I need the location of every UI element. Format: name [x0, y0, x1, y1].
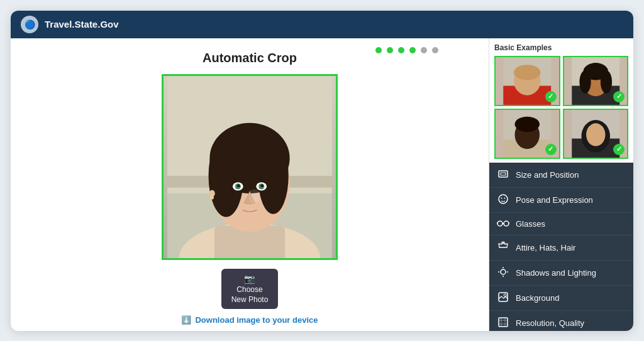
menu-item-attire[interactable]: Attire, Hats, Hair: [489, 235, 633, 261]
menu-label-size-position: Size and Position: [516, 170, 579, 180]
dot-6: [432, 47, 438, 53]
svg-point-9: [258, 138, 289, 214]
download-label: Download image to your device: [195, 315, 318, 325]
svg-point-41: [504, 197, 506, 198]
menu-label-attire: Attire, Hats, Hair: [516, 243, 575, 252]
svg-point-54: [504, 294, 506, 296]
dot-5: [421, 47, 427, 53]
example-item-2[interactable]: ✓: [563, 56, 629, 106]
examples-title: Basic Examples: [494, 43, 628, 52]
svg-point-8: [209, 134, 244, 217]
svg-rect-38: [501, 173, 506, 175]
dot-2: [387, 47, 393, 53]
menu-label-shadows-lighting: Shadows and Lighting: [516, 268, 596, 278]
dot-3: [398, 47, 404, 53]
dot-4: [409, 47, 416, 53]
example-item-1[interactable]: ✓: [494, 56, 560, 106]
example-item-3[interactable]: ✓: [494, 109, 560, 159]
camera-icon: 📷: [244, 274, 255, 284]
main-content: Automatic Crop: [11, 38, 633, 331]
menu-label-background: Background: [516, 293, 559, 303]
svg-rect-37: [499, 171, 508, 177]
page-title: Automatic Crop: [203, 51, 297, 65]
download-link[interactable]: ⬇️ Download image to your device: [181, 315, 318, 325]
choose-btn-line2: New Photo: [231, 295, 269, 304]
menu-item-pose-expression[interactable]: Pose and Expression: [489, 188, 633, 213]
menu-item-size-position[interactable]: Size and Position: [489, 163, 633, 188]
svg-point-17: [210, 195, 214, 199]
app-header: 🔵 Travel.State.Gov: [11, 11, 633, 38]
svg-point-43: [504, 221, 509, 226]
svg-point-22: [514, 65, 541, 80]
menu-label-pose-expression: Pose and Expression: [516, 195, 593, 205]
examples-grid: ✓ ✓: [494, 56, 628, 159]
dot-1: [375, 47, 382, 53]
menu-label-resolution: Resolution, Quality: [516, 318, 584, 328]
resolution-icon: [497, 317, 509, 330]
svg-point-39: [499, 195, 508, 203]
check-badge-3: ✓: [545, 144, 557, 155]
svg-point-36: [586, 123, 605, 146]
menu-item-background[interactable]: Background: [489, 286, 633, 311]
background-icon: [497, 291, 509, 305]
person-image: [164, 76, 336, 258]
site-title: Travel.State.Gov: [45, 19, 119, 30]
svg-point-32: [514, 116, 540, 131]
menu-label-glasses: Glasses: [516, 219, 545, 229]
menu-item-glasses[interactable]: Glasses: [489, 213, 633, 235]
examples-section: Basic Examples ✓: [489, 38, 633, 163]
size-position-icon: [497, 168, 509, 181]
progress-dots: [375, 47, 438, 53]
choose-btn-line1: Choose: [236, 285, 262, 294]
app-frame: 🔵 Travel.State.Gov Automatic Crop: [11, 11, 633, 331]
glasses-icon: [497, 219, 509, 229]
svg-rect-55: [499, 318, 508, 327]
photo-display: [164, 76, 336, 258]
menu-item-shadows-lighting[interactable]: Shadows and Lighting: [489, 261, 633, 286]
check-badge-4: ✓: [613, 144, 625, 155]
svg-point-27: [579, 70, 591, 93]
choose-photo-button[interactable]: 📷 Choose New Photo: [221, 269, 279, 309]
shadows-lighting-icon: [497, 266, 509, 279]
download-icon: ⬇️: [181, 315, 191, 325]
menu-list: Size and Position Pose and Expression: [489, 163, 633, 331]
svg-point-18: [248, 189, 260, 203]
right-sidebar: Basic Examples ✓: [489, 38, 633, 331]
svg-point-48: [501, 269, 506, 274]
photo-frame: [162, 74, 338, 260]
svg-point-40: [501, 197, 502, 198]
svg-point-14: [237, 184, 240, 187]
menu-item-resolution[interactable]: Resolution, Quality: [489, 311, 633, 331]
attire-icon: [497, 241, 509, 254]
check-badge-1: ✓: [545, 91, 557, 102]
example-item-4[interactable]: ✓: [563, 109, 629, 159]
check-badge-2: ✓: [613, 91, 625, 102]
svg-point-15: [260, 184, 264, 187]
pose-expression-icon: [497, 193, 509, 207]
svg-point-42: [497, 221, 502, 226]
svg-point-28: [600, 70, 611, 93]
center-area: Automatic Crop: [11, 38, 489, 331]
site-logo: 🔵: [21, 16, 38, 33]
